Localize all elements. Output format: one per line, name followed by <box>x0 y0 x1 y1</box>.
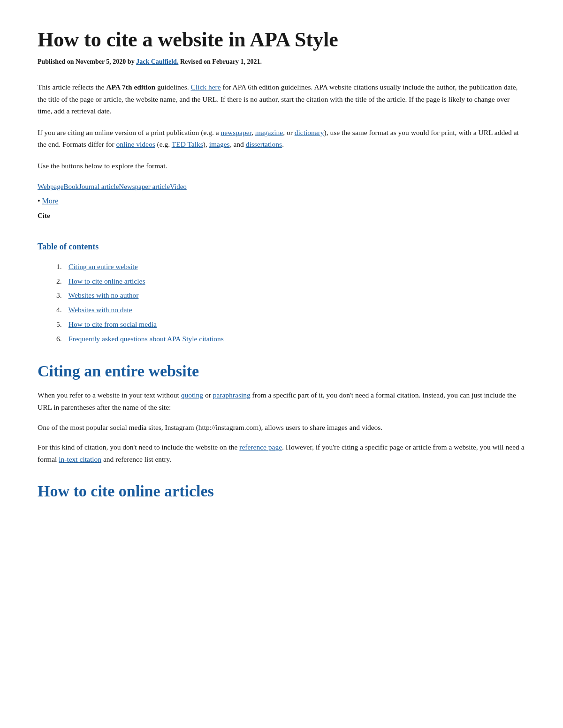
s1-p1-mid: or <box>203 391 213 399</box>
nav-newspaper[interactable]: Newspaper article <box>119 183 170 190</box>
dissertations-link[interactable]: dissertations <box>246 140 282 148</box>
nav-buttons-row: WebpageBookJournal articleNewspaper arti… <box>38 181 525 192</box>
reference-page-link[interactable]: reference page <box>239 443 282 451</box>
p2-rest4: , and <box>230 140 246 148</box>
intro-p1-after-link: guidelines. <box>155 83 190 91</box>
section1-heading: Citing an entire website <box>38 362 525 381</box>
images-link[interactable]: images <box>209 140 230 148</box>
p2-rest2: (e.g. <box>155 140 172 148</box>
section1-example: One of the most popular social media sit… <box>38 421 525 434</box>
author-link[interactable]: Jack Caulfield. <box>136 58 178 65</box>
published-line: Published on November 5, 2020 by Jack Ca… <box>38 57 525 67</box>
list-item: 2. How to cite online articles <box>56 276 525 287</box>
cite-label: Cite <box>38 210 525 221</box>
s1-p2-rest: and reference list entry. <box>101 455 171 463</box>
buttons-line-text: Use the buttons below to explore the for… <box>38 162 167 170</box>
toc-link-4[interactable]: Websites with no date <box>68 306 132 314</box>
s1-p1-before: When you refer to a website in your text… <box>38 391 181 399</box>
nav-webpage[interactable]: Webpage <box>38 183 63 190</box>
dictionary-link[interactable]: dictionary <box>295 128 324 136</box>
in-text-citation-link[interactable]: in-text citation <box>59 455 101 463</box>
toc-link-2[interactable]: How to cite online articles <box>68 277 145 285</box>
nav-journal[interactable]: Journal article <box>79 183 119 190</box>
section1-para2: For this kind of citation, you don't nee… <box>38 441 525 465</box>
list-item: 4. Websites with no date <box>56 304 525 316</box>
list-item: 1. Citing an entire website <box>56 261 525 273</box>
intro-p1-before: This article reflects the <box>38 83 106 91</box>
p2-mid2: , or <box>283 128 295 136</box>
toc-list: 1. Citing an entire website 2. How to ci… <box>56 261 525 345</box>
toc-link-6[interactable]: Frequently asked questions about APA Sty… <box>68 335 224 343</box>
toc-num-2: 2. <box>56 276 67 287</box>
p2-rest3: ), <box>203 140 209 148</box>
list-item: 5. How to cite from social media <box>56 319 525 330</box>
more-link[interactable]: More <box>42 197 59 205</box>
ted-talks-link[interactable]: TED Talks <box>172 140 203 148</box>
buttons-instruction: Use the buttons below to explore the for… <box>38 160 525 172</box>
more-link-container: More <box>38 195 525 207</box>
intro-p2-before: If you are citing an online version of a… <box>38 128 221 136</box>
paraphrasing-link[interactable]: paraphrasing <box>213 391 251 399</box>
s1-p2-before: For this kind of citation, you don't nee… <box>38 443 239 451</box>
list-item: 6. Frequently asked questions about APA … <box>56 333 525 345</box>
toc-num-3: 3. <box>56 290 67 301</box>
nav-video[interactable]: Video <box>170 183 187 190</box>
toc-link-3[interactable]: Websites with no author <box>68 291 139 299</box>
p2-end: . <box>282 140 284 148</box>
apa-edition-bold: APA 7th edition <box>106 83 155 91</box>
nav-book[interactable]: Book <box>63 183 79 190</box>
magazine-link[interactable]: magazine <box>255 128 283 136</box>
toc-num-4: 4. <box>56 304 67 316</box>
quoting-link[interactable]: quoting <box>181 391 203 399</box>
published-prefix: Published on November 5, 2020 by <box>38 58 136 65</box>
toc-num-5: 5. <box>56 319 67 330</box>
intro-paragraph-2: If you are citing an online version of a… <box>38 127 525 150</box>
toc-num-1: 1. <box>56 261 67 273</box>
online-videos-link[interactable]: online videos <box>116 140 155 148</box>
newspaper-link[interactable]: newspaper <box>221 128 251 136</box>
toc-heading: Table of contents <box>38 240 525 254</box>
intro-paragraph-1: This article reflects the APA 7th editio… <box>38 81 525 117</box>
list-item: 3. Websites with no author <box>56 290 525 301</box>
table-of-contents: Table of contents 1. Citing an entire we… <box>38 240 525 345</box>
click-here-link[interactable]: Click here <box>190 83 221 91</box>
published-suffix: Revised on February 1, 2021. <box>178 58 262 65</box>
section2-heading: How to cite online articles <box>38 482 525 501</box>
p2-mid1: , <box>251 128 255 136</box>
toc-link-1[interactable]: Citing an entire website <box>68 263 138 270</box>
toc-link-5[interactable]: How to cite from social media <box>68 320 157 328</box>
section1-para1: When you refer to a website in your text… <box>38 389 525 413</box>
page-title: How to cite a website in APA Style <box>38 28 525 52</box>
toc-num-6: 6. <box>56 333 67 345</box>
